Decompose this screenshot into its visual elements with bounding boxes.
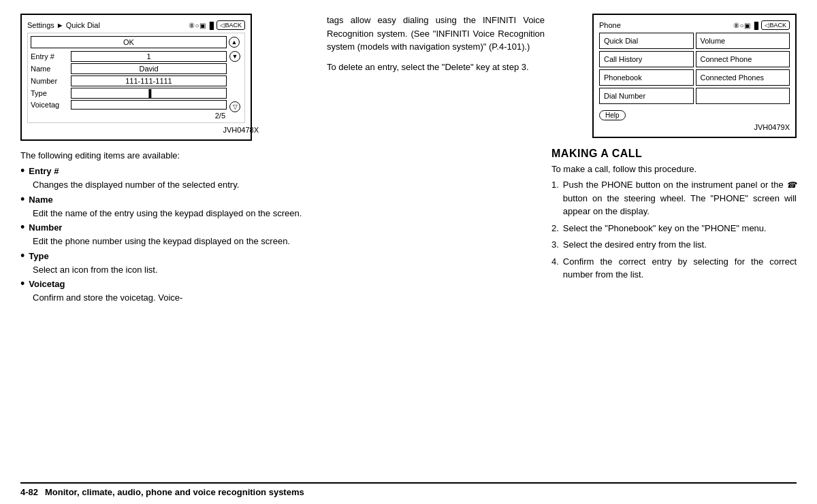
step-3: 3. Select the desired entry from the lis… [551, 238, 797, 252]
screen-box-right: Phone ⑧○▣ ▐▌ ◁BACK Quick Dial Volume Cal… [592, 14, 797, 138]
back-button-left[interactable]: ◁BACK [217, 20, 245, 30]
step-3-num: 3. [551, 238, 559, 252]
screen-body-left: OK ▲ Entry # 1 Name [27, 33, 245, 123]
bullet-item-entry: • Entry # Changes the displayed number o… [20, 166, 320, 192]
bullet-item-voicetag: • Voicetag Confirm and store the voiceta… [20, 279, 320, 305]
voicetag-label: Voicetag [31, 101, 68, 109]
screen-header-right: Phone ⑧○▣ ▐▌ ◁BACK [599, 20, 790, 30]
screen-icons-right: ⑧○▣ ▐▌ [733, 22, 760, 29]
scroll-down-btn[interactable]: ▼ [229, 51, 240, 62]
step-1-num: 1. [551, 178, 559, 218]
step-4: 4. Confirm the correct entry by selectin… [551, 255, 797, 282]
footer: 4-82 Monitor, climate, audio, phone and … [20, 482, 797, 497]
bullet-list: • Entry # Changes the displayed number o… [20, 166, 320, 305]
page-container: Settings ► Quick Dial ⑧○▣ ▐▌ ◁BACK OK ▲ [0, 0, 817, 504]
bullet-desc-name: Edit the name of the entry using the key… [33, 207, 320, 220]
type-label: Type [31, 89, 68, 97]
form-row-type: Type ▐ [31, 88, 227, 99]
type-value: ▐ [71, 88, 227, 99]
name-label: Name [31, 65, 68, 73]
step-4-num: 4. [551, 255, 559, 282]
phone-menu-grid: Quick Dial Volume Call History Connect P… [599, 33, 790, 104]
bullet-desc-entry: Changes the displayed number of the sele… [33, 178, 320, 192]
bullet-dot-voicetag: • [20, 278, 25, 290]
bullet-title-voicetag: Voicetag [29, 279, 65, 289]
main-content: Settings ► Quick Dial ⑧○▣ ▐▌ ◁BACK OK ▲ [20, 14, 797, 477]
number-label: Number [31, 77, 68, 85]
bullet-item-name: • Name Edit the name of the entry using … [20, 195, 320, 220]
right-column: Phone ⑧○▣ ▐▌ ◁BACK Quick Dial Volume Cal… [551, 14, 797, 477]
bullet-dot-entry: • [20, 165, 25, 177]
bullet-dot-number: • [20, 221, 25, 233]
form-row-number: Number 111-111-1111 [31, 75, 227, 86]
numbered-list: 1. Push the PHONE button on the instru­m… [551, 178, 797, 282]
bullet-title-name: Name [29, 195, 52, 205]
volume-cell[interactable]: Volume [696, 33, 790, 49]
bullet-title-type: Type [29, 251, 48, 261]
middle-column: tags allow easy dialing using the INFINI… [320, 14, 551, 477]
bullet-desc-type: Select an icon from the icon list. [33, 263, 320, 277]
screen-title-right: Phone [599, 21, 621, 29]
form-row-name: Name David [31, 63, 227, 74]
making-call-heading: MAKING A CALL [551, 148, 797, 160]
image-id-right: JVH0479X [599, 123, 790, 131]
bullet-item-type: • Type Select an icon from the icon list… [20, 251, 320, 277]
screen-box-left: Settings ► Quick Dial ⑧○▣ ▐▌ ◁BACK OK ▲ [20, 14, 252, 141]
form-row-voicetag: Voicetag [31, 100, 227, 110]
dial-number-cell[interactable]: Dial Number [599, 88, 694, 104]
screen-header-left: Settings ► Quick Dial ⑧○▣ ▐▌ ◁BACK [27, 20, 245, 30]
phonebook-cell[interactable]: Phonebook [599, 69, 694, 86]
ok-row: OK ▲ [31, 36, 227, 48]
footer-page: 4-82 [20, 487, 38, 497]
quick-dial-cell[interactable]: Quick Dial [599, 33, 694, 49]
scroll-up-btn[interactable]: ▲ [229, 37, 240, 48]
back-button-right[interactable]: ◁BACK [761, 20, 790, 30]
step-3-text: Select the desired entry from the list. [563, 238, 707, 252]
bullet-desc-voicetag: Confirm and store the voicetag. Voice- [33, 291, 320, 305]
screen-icons-left: ⑧○▣ ▐▌ [189, 22, 215, 29]
page-indicator: 2/5 [31, 112, 242, 120]
footer-title: Monitor, climate, audio, phone and voice… [45, 487, 304, 497]
bullet-title-number: Number [29, 222, 62, 233]
entry-label: Entry # [31, 52, 68, 61]
scroll-last-btn[interactable]: ▽ [229, 101, 240, 112]
voicetag-value [71, 100, 227, 110]
step-1-text: Push the PHONE button on the instru­ment… [563, 178, 797, 218]
entry-value: 1 [71, 51, 227, 62]
bullet-intro: The following editing items are availabl… [20, 150, 320, 161]
number-value: 111-111-1111 [71, 75, 227, 86]
help-button[interactable]: Help [599, 110, 626, 120]
screen-title-left: Settings ► Quick Dial [27, 21, 100, 29]
form-rows: Entry # 1 Name David Number 111-111-1111 [31, 51, 227, 110]
mid-para-2: To delete an entry, select the "Delete" … [327, 61, 545, 74]
bullet-desc-number: Edit the phone number using the key­pad … [33, 235, 320, 248]
bullet-dot-type: • [20, 250, 25, 262]
empty-cell [696, 88, 790, 104]
bullet-dot-name: • [20, 193, 25, 205]
step-2-text: Select the "Phonebook" key on the "PHONE… [563, 222, 767, 235]
left-column: Settings ► Quick Dial ⑧○▣ ▐▌ ◁BACK OK ▲ [20, 14, 320, 477]
making-call-section: MAKING A CALL To make a call, follow thi… [551, 148, 797, 282]
image-id-left: JVH0478X [27, 126, 259, 134]
making-call-intro: To make a call, follow this procedure. [551, 164, 797, 174]
name-value: David [71, 63, 227, 74]
form-row-entry: Entry # 1 [31, 51, 227, 62]
bullet-item-number: • Number Edit the phone number using the… [20, 222, 320, 248]
step-2: 2. Select the "Phonebook" key on the "PH… [551, 222, 797, 235]
bullet-title-entry: Entry # [29, 166, 59, 176]
phone-icon: ☎ [786, 180, 797, 190]
connect-phone-cell[interactable]: Connect Phone [696, 51, 790, 67]
step-2-num: 2. [551, 222, 559, 235]
mid-para-1: tags allow easy dialing using the INFINI… [327, 14, 545, 54]
connected-phones-cell[interactable]: Connected Phones [696, 69, 790, 86]
step-1: 1. Push the PHONE button on the instru­m… [551, 178, 797, 218]
call-history-cell[interactable]: Call History [599, 51, 694, 67]
step-4-text: Confirm the correct entry by selecting f… [563, 255, 797, 282]
